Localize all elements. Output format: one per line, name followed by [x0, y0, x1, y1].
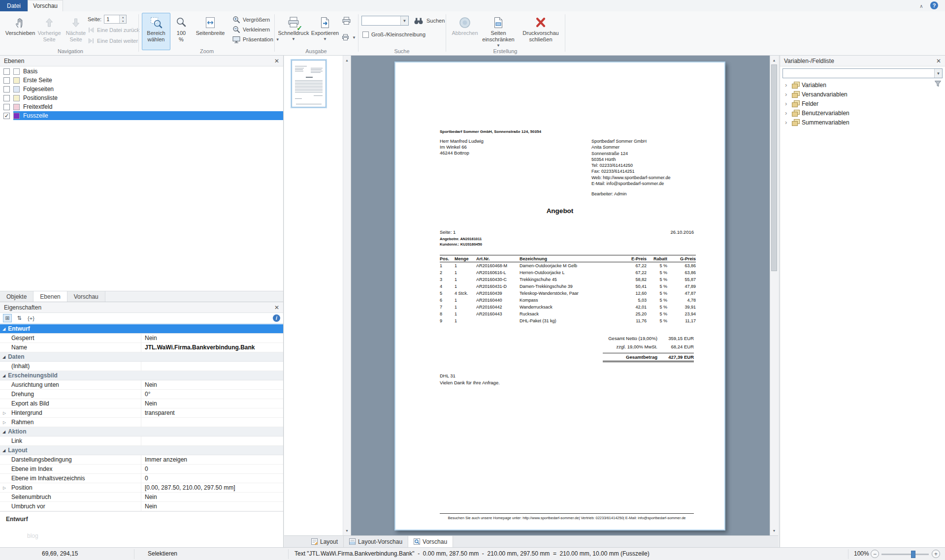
layer-row-freitextfeld[interactable]: Freitextfeld — [0, 102, 283, 111]
chevron-right-icon[interactable]: › — [785, 109, 789, 117]
tree-item-felder[interactable]: ›Felder — [782, 99, 932, 108]
property-row-gesperrt[interactable]: GesperrtNein — [0, 334, 283, 343]
layer-checkbox[interactable] — [3, 95, 10, 101]
variables-search-input[interactable] — [783, 69, 934, 78]
property-section-erscheinungsbild[interactable]: ◢Erscheinungsbild — [0, 371, 283, 380]
spinner-up-icon[interactable]: ▲ — [120, 15, 126, 19]
seitenbreite-button[interactable]: Seitenbreite — [192, 13, 228, 50]
next-file-button[interactable]: Eine Datei weiter — [88, 36, 138, 45]
panel-tab-vorschau[interactable]: Vorschau — [67, 291, 105, 302]
suchen-button[interactable]: Suchen — [411, 14, 448, 27]
chevron-right-icon[interactable]: › — [785, 91, 789, 98]
bereich-waehlen-button[interactable]: Bereich wählen — [142, 13, 170, 50]
document-page[interactable]: Sportbedarf Sommer GmbH, Sonnenstraße 12… — [394, 62, 725, 530]
zoom-100-button[interactable]: 100 % — [171, 13, 191, 50]
layer-checkbox[interactable] — [3, 86, 10, 93]
layer-row-erste-seite[interactable]: Erste Seite — [0, 76, 283, 85]
property-row-hintergrund[interactable]: ▷Hintergrundtransparent — [0, 408, 283, 418]
layer-checkbox[interactable] — [3, 77, 10, 84]
checkbox-icon[interactable] — [362, 31, 369, 38]
chevron-down-icon[interactable]: ▼ — [934, 69, 942, 78]
panel-tab-objekte[interactable]: Objekte — [0, 291, 33, 302]
chevron-down-icon[interactable]: ▼ — [400, 16, 408, 25]
property-section-layout[interactable]: ◢Layout — [0, 446, 283, 455]
expand-icon[interactable]: ▷ — [3, 486, 6, 490]
zoom-out-button[interactable]: − — [871, 550, 879, 558]
property-row-ausrichtung-unten[interactable]: Ausrichtung untenNein — [0, 380, 283, 390]
scroll-up-icon[interactable]: ▲ — [343, 57, 351, 64]
spinner-arrows[interactable]: ▲▼ — [119, 15, 126, 23]
property-section-daten[interactable]: ◢Daten — [0, 352, 283, 362]
layer-row-basis[interactable]: Basis — [0, 67, 283, 76]
printer-settings-button[interactable]: ▼ — [342, 33, 356, 42]
property-row-darstellungsbedingung[interactable]: DarstellungsbedingungImmer anzeigen — [0, 455, 283, 465]
prev-file-button[interactable]: Eine Datei zurück — [88, 26, 139, 34]
property-row-rahmen[interactable]: ▷Rahmen — [0, 418, 283, 427]
property-row-umbruch-vor[interactable]: Umbruch vorNein — [0, 502, 283, 511]
scroll-up-icon[interactable]: ▲ — [770, 57, 778, 64]
info-icon[interactable]: i — [273, 314, 280, 322]
help-icon[interactable]: ? — [930, 1, 938, 9]
case-sensitive-checkbox-row[interactable]: Groß-/Kleinschreibung — [362, 30, 425, 39]
property-row-drehung[interactable]: Drehung0° — [0, 390, 283, 399]
spinner-down-icon[interactable]: ▼ — [120, 19, 126, 23]
layer-checkbox[interactable] — [3, 68, 10, 75]
layer-row-folgeseiten[interactable]: Folgeseiten — [0, 85, 283, 93]
preview-scrollbar[interactable]: ▲ ▼ — [770, 56, 778, 535]
categorized-view-icon[interactable]: ⊞ — [3, 314, 12, 322]
expression-icon[interactable]: {+} — [27, 314, 35, 322]
property-row-seitenumbruch[interactable]: SeitenumbruchNein — [0, 493, 283, 502]
vergroessern-button[interactable]: Vergrößern — [232, 15, 270, 24]
property-row-link[interactable]: Link — [0, 436, 283, 446]
property-section-entwurf[interactable]: ◢Entwurf — [0, 324, 283, 334]
view-tab-vorschau[interactable]: Vorschau — [408, 536, 453, 547]
naechste-seite-button[interactable]: Nächste Seite — [63, 13, 89, 50]
seiten-einschraenken-button[interactable]: Seiten einschränken ▼ — [481, 13, 516, 50]
filter-icon[interactable] — [934, 80, 942, 87]
close-icon[interactable]: ✕ — [936, 58, 941, 64]
close-icon[interactable]: ✕ — [274, 58, 279, 64]
tree-item-benutzervariablen[interactable]: ›Benutzervariablen — [782, 108, 932, 118]
chevron-right-icon[interactable]: › — [785, 100, 789, 107]
close-icon[interactable]: ✕ — [274, 304, 279, 311]
druckvorschau-schliessen-button[interactable]: Druckvorschau schließen — [519, 13, 562, 50]
scroll-down-icon[interactable]: ▼ — [770, 527, 778, 534]
layer-row-positionsliste[interactable]: Positionsliste — [0, 93, 283, 102]
tree-item-versandvariablen[interactable]: ›Versandvariablen — [782, 90, 932, 99]
sort-alphabetical-icon[interactable]: ⇅ — [15, 314, 24, 322]
scroll-down-icon[interactable]: ▼ — [343, 527, 351, 534]
property-row-export-als-bild[interactable]: Export als BildNein — [0, 399, 283, 408]
chevron-right-icon[interactable]: › — [785, 81, 789, 89]
property-row-ebene-im-index[interactable]: Ebene im Index0 — [0, 465, 283, 474]
view-tab-layout-vorschau[interactable]: Layout-Vorschau — [344, 536, 408, 547]
chevron-right-icon[interactable]: › — [785, 119, 789, 126]
verkleinern-button[interactable]: Verkleinern — [232, 25, 270, 34]
tree-item-variablen[interactable]: ›Variablen — [782, 80, 932, 90]
print-button[interactable] — [342, 16, 351, 25]
zoom-slider[interactable] — [881, 554, 929, 555]
zoom-in-button[interactable]: + — [932, 550, 940, 558]
schnelldruck-button[interactable]: ✓ Schnelldruck ▼ — [278, 13, 309, 50]
tab-datei[interactable]: Datei — [0, 0, 28, 11]
panel-tab-ebenen[interactable]: Ebenen — [33, 291, 67, 302]
tree-item-summenvariablen[interactable]: ›Summenvariablen — [782, 118, 932, 127]
layer-row-fusszeile[interactable]: ✓Fusszeile — [0, 111, 283, 120]
exportieren-button[interactable]: Exportieren ▼ — [310, 13, 340, 50]
property-section-aktion[interactable]: ◢Aktion — [0, 427, 283, 436]
collapse-ribbon-icon[interactable]: ∧ — [917, 2, 925, 10]
expand-icon[interactable]: ▷ — [3, 420, 6, 425]
page-thumbnail[interactable] — [292, 60, 326, 107]
property-row-name[interactable]: NameJTL.WaWi.Firma.Bankverbindung.Bank — [0, 343, 283, 352]
layer-checkbox[interactable]: ✓ — [3, 113, 10, 119]
property-row--inhalt-[interactable]: (Inhalt) — [0, 362, 283, 371]
verschieben-button[interactable]: Verschieben — [5, 13, 35, 50]
zoom-slider-thumb[interactable] — [911, 551, 915, 558]
layer-checkbox[interactable] — [3, 104, 10, 110]
view-tab-layout[interactable]: Layout — [306, 536, 344, 547]
page-number-spinner[interactable]: 1 ▲▼ — [104, 15, 127, 24]
expand-icon[interactable]: ▷ — [3, 411, 6, 415]
praesentation-button[interactable]: Präsentation ▼ — [232, 35, 280, 44]
property-row-position[interactable]: ▷Position[0.00, 287.50, 210.00, 297.50 m… — [0, 483, 283, 493]
scrollbar-thumb[interactable] — [771, 64, 777, 271]
abbrechen-button[interactable]: Abbrechen — [451, 13, 479, 50]
